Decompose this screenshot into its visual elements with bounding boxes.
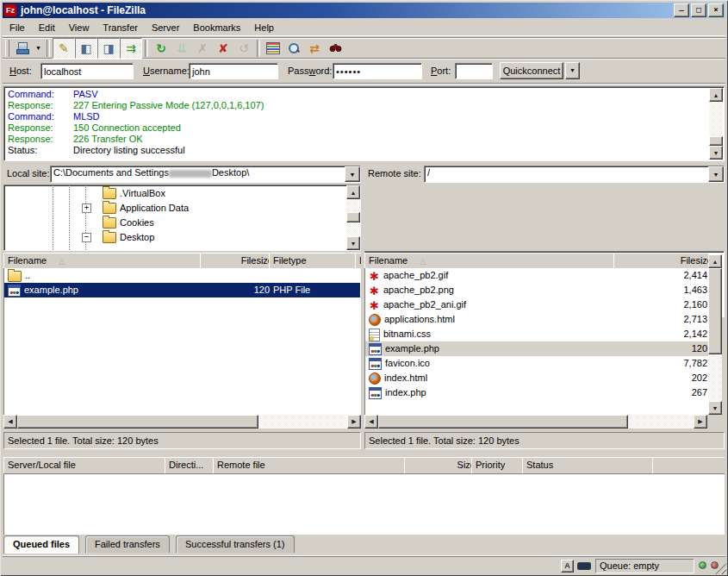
column-header-filename[interactable]: Filename△ (3, 253, 208, 268)
tree-item-application-data[interactable]: + Application Data (4, 200, 360, 215)
tab-queued-files[interactable]: Queued files (3, 535, 79, 554)
column-header-remote-file[interactable]: Remote file (213, 457, 413, 473)
remote-site-path: / (425, 166, 708, 182)
remote-list-scroll-left-button[interactable]: ◀ (364, 415, 378, 429)
remote-file-row-selected[interactable]: example.php 120 (365, 341, 708, 356)
menu-server[interactable]: Server (145, 21, 186, 34)
local-list-scroll-track[interactable] (258, 415, 347, 429)
menu-edit[interactable]: Edit (32, 21, 62, 34)
remote-file-row[interactable]: favicon.ico 7,782 (365, 356, 708, 371)
local-file-row-up[interactable]: .. (4, 268, 360, 283)
tab-successful-transfers[interactable]: Successful transfers (1) (176, 535, 295, 553)
local-list-scroll-left-button[interactable]: ◀ (3, 415, 17, 429)
remote-file-row[interactable]: index.php 267 (365, 385, 708, 400)
quickconnect-dropdown[interactable]: ▼ (565, 62, 580, 79)
toggle-local-tree-button[interactable]: ◧ (75, 38, 97, 59)
remote-file-row[interactable]: ✱apache_pb2_ani.gif 2,160 (365, 297, 708, 312)
tree-item-cookies[interactable]: Cookies (4, 215, 360, 229)
menu-view[interactable]: View (62, 21, 96, 34)
toolbar-grip[interactable] (5, 40, 9, 57)
log-scroll-thumb[interactable] (709, 136, 723, 146)
local-list-header: Filename△ Filesize Filetype L (3, 253, 361, 268)
find-files-button[interactable] (325, 39, 345, 58)
menu-bookmarks[interactable]: Bookmarks (186, 21, 247, 34)
remote-site-combobox[interactable]: / ▼ (424, 166, 725, 183)
toggle-remote-tree-button[interactable]: ◨ (97, 38, 120, 59)
recv-activity-led-icon (699, 561, 706, 569)
remote-file-row[interactable]: applications.html 2,713 (365, 312, 708, 327)
title-bar[interactable]: Fz john@localhost - FileZilla _ □ × (3, 3, 725, 18)
filter-button[interactable] (263, 39, 283, 58)
menu-file[interactable]: File (3, 21, 32, 34)
refresh-button[interactable]: ↻ (151, 39, 171, 58)
remote-list-scroll-track[interactable] (708, 354, 722, 401)
local-site-combobox[interactable]: C:\Documents and SettingsDesktop\ ▼ (50, 166, 361, 183)
remote-file-row[interactable]: ✱apache_pb2.png 1,463 (365, 283, 708, 297)
remote-list-scroll-up-button[interactable]: ▲ (708, 254, 722, 268)
queue-body[interactable] (3, 473, 725, 535)
collapse-icon[interactable]: − (82, 233, 91, 242)
data-type-indicator-icon[interactable]: A (561, 560, 574, 573)
local-tree-scroll-thumb[interactable] (346, 212, 360, 222)
column-header-last-modified[interactable]: L (355, 253, 361, 268)
column-header-filesize[interactable]: Filesize (613, 253, 708, 268)
tree-item-virtualbox[interactable]: .VirtualBox (4, 185, 360, 200)
process-queue-button[interactable]: ⇊ (171, 39, 192, 58)
local-tree-scroll-down-button[interactable]: ▼ (346, 236, 360, 250)
local-tree-scroll-up-button[interactable]: ▲ (346, 185, 360, 199)
send-activity-led-icon (711, 561, 719, 569)
cancel-button[interactable]: ✗ (192, 39, 213, 58)
username-input[interactable] (189, 63, 278, 79)
tree-item-desktop[interactable]: − Desktop (4, 229, 360, 244)
menu-help[interactable]: Help (247, 21, 281, 34)
port-input[interactable] (455, 63, 493, 79)
log-scroll-down-button[interactable]: ▼ (709, 146, 723, 160)
site-manager-button[interactable] (12, 39, 33, 58)
remote-file-row[interactable]: ✱apache_pb2.gif 2,414 (365, 268, 708, 283)
password-input[interactable] (333, 63, 422, 79)
folder-icon (103, 217, 116, 229)
php-file-icon (369, 387, 382, 399)
remote-file-row[interactable]: bitnami.css 2,142 (365, 327, 708, 341)
column-header-filename[interactable]: Filename△ (364, 253, 622, 268)
tab-failed-transfers[interactable]: Failed transfers (85, 535, 170, 553)
sort-ascending-icon: △ (420, 257, 426, 266)
site-manager-dropdown[interactable]: ▼ (33, 39, 44, 58)
reconnect-button[interactable]: ↺ (233, 39, 254, 58)
maximize-button[interactable]: □ (691, 3, 706, 17)
column-header-status[interactable]: Status (522, 457, 661, 473)
local-file-row-selected[interactable]: example.php 120 PHP File 1 (4, 283, 360, 297)
remote-list-scroll-track[interactable] (628, 415, 694, 429)
toggle-message-log-button[interactable]: ✎ (53, 38, 75, 59)
remote-list-scroll-thumb[interactable] (708, 268, 722, 354)
toolbar-separator (47, 40, 50, 57)
column-header-filetype[interactable]: Filetype (269, 253, 361, 268)
remote-file-list: ✱apache_pb2.gif 2,414 ✱apache_pb2.png 1,… (364, 268, 708, 415)
menu-transfer[interactable]: Transfer (96, 21, 145, 34)
directory-comparison-button[interactable] (283, 39, 304, 58)
remote-list-scroll-right-button[interactable]: ▶ (694, 415, 707, 429)
expand-icon[interactable]: + (82, 203, 91, 213)
remote-list-scroll-down-button[interactable]: ▼ (708, 401, 722, 415)
log-scroll-up-button[interactable]: ▲ (709, 88, 723, 102)
quickconnect-button[interactable]: Quickconnect (500, 62, 563, 79)
log-scroll-track[interactable] (709, 102, 723, 136)
local-list-scroll-right-button[interactable]: ▶ (347, 415, 361, 429)
remote-list-scroll-thumb[interactable] (378, 415, 628, 429)
toggle-transfer-queue-button[interactable]: ⇉ (120, 38, 142, 59)
local-site-dropdown[interactable]: ▼ (345, 166, 360, 182)
remote-site-dropdown[interactable]: ▼ (708, 166, 724, 182)
remote-file-row[interactable]: index.html 202 (365, 371, 708, 385)
local-list-scroll-thumb[interactable] (17, 415, 258, 429)
close-button[interactable]: × (708, 3, 724, 17)
column-header-filesize[interactable]: Filesize (200, 253, 277, 268)
minimize-button[interactable]: _ (674, 3, 689, 17)
synchronized-browsing-button[interactable]: ⇄ (304, 39, 325, 58)
host-input[interactable] (40, 63, 134, 79)
column-header-size[interactable]: Size (404, 457, 480, 473)
filezilla-logo-icon[interactable]: Fz (4, 4, 16, 16)
speed-limit-icon[interactable] (577, 562, 591, 570)
disconnect-button[interactable]: ✘ (213, 39, 233, 58)
queue-tabs: Queued files Failed transfers Successful… (3, 535, 725, 554)
column-header-server-local-file[interactable]: Server/Local file (3, 457, 173, 473)
